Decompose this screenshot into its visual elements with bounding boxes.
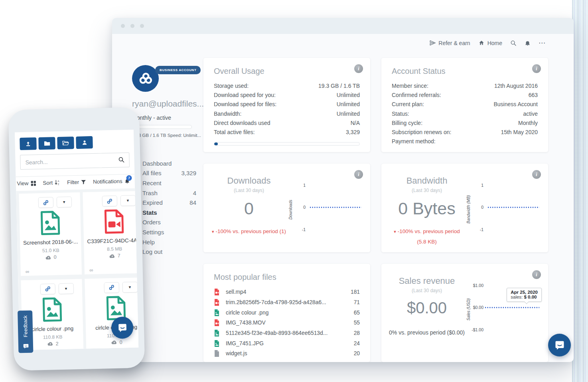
popular-file-row[interactable]: trim.2b8256f5-7cda-4798-925d-a428a6...71	[214, 297, 360, 308]
sales-total: $0.00	[389, 299, 465, 317]
copy-link-button[interactable]	[38, 197, 53, 208]
search-submit-button[interactable]	[118, 156, 125, 165]
sidebar-item-trash[interactable]: Trash4	[142, 188, 196, 198]
sales-title: Sales revenue	[389, 276, 465, 286]
sales-revenue-card: i Sales revenue (Last 30 days) $0.00 0% …	[381, 264, 548, 362]
usage-row: Download speed for you:Unlimited	[214, 91, 360, 100]
download-cloud-icon	[45, 255, 51, 259]
view-control[interactable]: View	[17, 180, 36, 186]
sidebar-item-all-files[interactable]: All files3,329	[142, 168, 196, 178]
notifications-button[interactable]	[525, 40, 531, 46]
more-menu-button[interactable]: ⋯	[539, 39, 546, 47]
feedback-label: Feedback	[22, 315, 28, 337]
window-control-dot[interactable]	[130, 24, 134, 28]
copy-link-button[interactable]	[102, 196, 117, 207]
notifications-control[interactable]: Notifications 7	[93, 178, 130, 185]
sidebar-item-stats[interactable]: Stats	[142, 208, 196, 218]
upload-button[interactable]	[20, 137, 37, 150]
svg-text:$0.00: $0.00	[473, 305, 483, 310]
caret-down-icon: ▾	[128, 284, 131, 289]
file-options-button[interactable]: ▾	[58, 283, 74, 294]
copy-link-button[interactable]	[40, 283, 55, 295]
window-control-dot[interactable]	[121, 24, 125, 28]
image-file-icon	[214, 329, 220, 337]
status-row: Subscription renews on:15th May 2020	[392, 128, 538, 137]
new-folder-button[interactable]	[38, 137, 55, 150]
sidebar-item-orders[interactable]: Orders	[142, 218, 196, 228]
sidebar-item-expired[interactable]: Expired84	[142, 198, 196, 208]
sidebar-item-help[interactable]: Help	[142, 237, 196, 247]
file-downloads-count: 24	[354, 340, 360, 346]
file-card[interactable]: ▾ C339F21C-94DC-4A... 8.5 MB 7 ∞	[83, 191, 139, 274]
chat-bubble-icon	[554, 340, 565, 351]
window-control-dot[interactable]	[140, 24, 144, 28]
sort-control[interactable]: Sort AZ	[43, 180, 60, 186]
account-status-card: Account Status i Member since:12th Augus…	[381, 58, 548, 152]
popular-file-row[interactable]: IMG_7438.MOV55	[214, 318, 360, 328]
file-card[interactable]: ▾ cirlcle colour .png 110.8 KB 0 ∞	[85, 277, 139, 350]
paper-plane-icon	[430, 40, 436, 46]
refer-and-earn-link[interactable]: Refer & earn	[430, 40, 470, 46]
bandwidth-y-axis-label: Bandwidth (MB)	[466, 195, 471, 224]
sidebar-item-logout[interactable]: Log out	[142, 247, 196, 257]
chat-launcher-button[interactable]	[548, 334, 571, 356]
popular-file-row[interactable]: sell.mp4181	[214, 287, 360, 297]
popular-file-row[interactable]: IMG_7451.JPG24	[214, 338, 360, 348]
upload-icon	[25, 141, 31, 147]
feedback-smiley-icon	[22, 343, 29, 349]
sort-az-icon: AZ	[55, 180, 60, 186]
account-button[interactable]	[76, 136, 93, 149]
account-status-title: Account Status	[392, 67, 538, 76]
caret-down-icon: ▾	[65, 286, 67, 291]
open-folder-button[interactable]	[57, 137, 74, 149]
svg-text:A: A	[58, 180, 59, 182]
all-files-count: 3,329	[181, 170, 196, 176]
triangle-down-icon: ▾	[212, 229, 214, 234]
file-options-button[interactable]: ▾	[120, 195, 136, 206]
infinity-expiry-icon: ∞	[89, 267, 93, 273]
popular-file-row[interactable]: 5112e345-f23e-49ab-8993-864ee6513d...28	[214, 328, 360, 338]
download-cloud-icon	[47, 341, 53, 346]
video-file-icon	[214, 319, 220, 327]
file-download-count: 7	[117, 253, 120, 259]
file-options-button[interactable]: ▾	[56, 196, 72, 208]
search-input[interactable]	[20, 152, 130, 170]
popular-file-row[interactable]: widget.js20	[214, 348, 360, 359]
sales-y-axis-label: Sales (USD)	[466, 298, 471, 321]
file-downloads-count: 55	[354, 320, 360, 326]
status-row: Current plan:Business Account	[392, 100, 538, 109]
feedback-tab[interactable]: Feedback	[18, 311, 33, 353]
file-card[interactable]: ▾ Screenshot 2018-06-... 51.0 KB 0 ∞	[19, 192, 82, 276]
bandwidth-title: Bandwidth	[389, 176, 465, 186]
uploadfiles-logo[interactable]	[132, 65, 159, 92]
copy-link-button[interactable]	[104, 282, 119, 293]
popular-files-title: Most popular files	[214, 273, 360, 282]
info-icon[interactable]: i	[532, 64, 541, 73]
file-download-count: 2	[55, 341, 58, 346]
sidebar-item-settings[interactable]: Settings	[142, 227, 196, 237]
caret-down-icon: ▾	[63, 200, 65, 205]
sales-delta: 0% vs. previous period ($0.00)	[389, 327, 465, 338]
video-file-icon	[214, 299, 220, 306]
sidebar-item-dashboard[interactable]: Dashboard	[142, 158, 196, 168]
usage-row: Total active files:3,329	[214, 128, 360, 137]
status-row: Billing cycle:Monthly	[392, 119, 538, 128]
sidebar-item-recent[interactable]: Recent	[142, 178, 196, 188]
search-button[interactable]	[510, 40, 517, 46]
usage-row: Download speed for files:Unlimited	[214, 100, 360, 109]
file-options-button[interactable]: ▾	[122, 281, 138, 293]
info-icon[interactable]: i	[354, 64, 363, 73]
video-file-icon	[103, 209, 124, 234]
filter-control[interactable]: Filter	[67, 179, 86, 185]
phone-mockup: View Sort AZ Filter Notifications 7	[8, 107, 145, 370]
popular-file-row[interactable]: cirlcle colour .png65	[214, 307, 360, 318]
status-row: Payment method:	[392, 137, 538, 146]
bandwidth-card: i Bandwidth (Last 30 days) 0 Bytes ▾-100…	[381, 164, 548, 252]
home-link[interactable]: Home	[478, 40, 502, 46]
browser-window: Refer & earn Home ⋯ BUSINESS ACCOUNT	[112, 18, 574, 362]
image-file-icon	[214, 309, 220, 317]
generic-file-icon	[214, 350, 220, 357]
svg-text:0: 0	[481, 205, 483, 210]
triangle-down-icon: ▾	[394, 229, 396, 234]
caret-down-icon: ▾	[127, 198, 129, 203]
